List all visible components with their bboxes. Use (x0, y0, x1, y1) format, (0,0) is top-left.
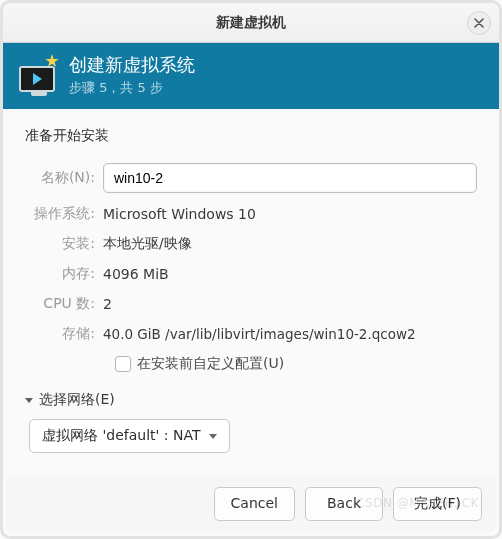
close-button[interactable] (467, 11, 491, 35)
ready-heading: 准备开始安装 (25, 127, 477, 145)
memory-value: 4096 MiB (103, 266, 169, 282)
vm-icon (17, 58, 57, 92)
cancel-button[interactable]: Cancel (214, 487, 295, 521)
customize-checkbox-row[interactable]: 在安装前自定义配置(U) (115, 355, 477, 373)
customize-checkbox[interactable] (115, 356, 131, 372)
chevron-down-icon (25, 398, 33, 403)
back-button[interactable]: Back (305, 487, 383, 521)
titlebar: 新建虚拟机 (3, 3, 499, 43)
os-value: Microsoft Windows 10 (103, 206, 256, 222)
banner-subtitle: 步骤 5，共 5 步 (69, 79, 195, 97)
install-label: 安装: (25, 235, 103, 253)
network-header-label: 选择网络(E) (39, 391, 115, 409)
network-dropdown[interactable]: 虚拟网络 'default' : NAT (29, 419, 230, 453)
finish-button[interactable]: 完成(F) (393, 487, 482, 521)
content-area: 准备开始安装 名称(N): 操作系统: Microsoft Windows 10… (3, 109, 499, 509)
os-label: 操作系统: (25, 205, 103, 223)
window-title: 新建虚拟机 (216, 14, 286, 32)
wizard-banner: 创建新虚拟系统 步骤 5，共 5 步 (3, 43, 499, 109)
customize-label: 在安装前自定义配置(U) (137, 355, 284, 373)
action-bar: Cancel Back 完成(F) (6, 477, 496, 533)
name-input[interactable] (103, 163, 477, 193)
network-selection: 虚拟网络 'default' : NAT (42, 427, 201, 445)
chevron-down-icon (209, 434, 217, 439)
close-icon (474, 18, 484, 28)
cpu-label: CPU 数: (25, 295, 103, 313)
banner-title: 创建新虚拟系统 (69, 53, 195, 77)
name-label: 名称(N): (25, 169, 103, 187)
network-expander[interactable]: 选择网络(E) (25, 391, 477, 409)
storage-value: 40.0 GiB /var/lib/libvirt/images/win10-2… (103, 326, 416, 342)
storage-label: 存储: (25, 325, 103, 343)
install-value: 本地光驱/映像 (103, 235, 192, 253)
memory-label: 内存: (25, 265, 103, 283)
cpu-value: 2 (103, 296, 112, 312)
